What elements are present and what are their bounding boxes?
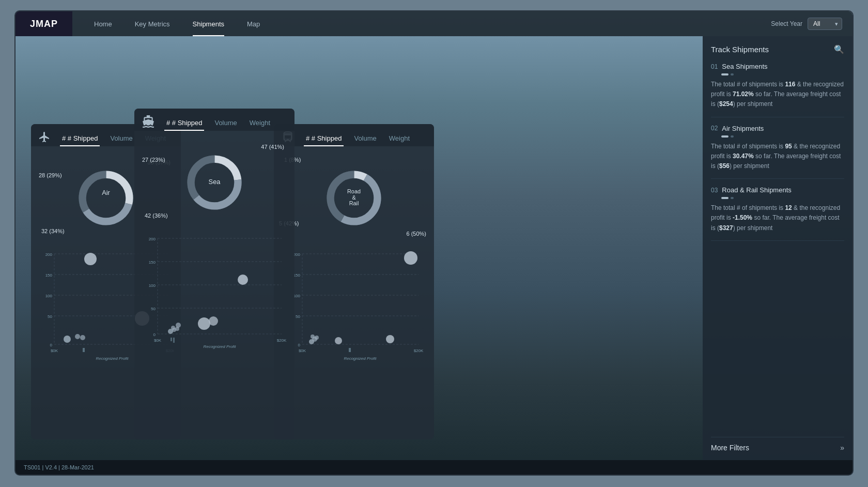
air-label-bottomleft: 32 (34%) [41, 228, 65, 234]
svg-point-49 [209, 316, 218, 326]
svg-text:50: 50 [151, 307, 156, 311]
app-frame: JMAP Home Key Metrics Shipments Map Sele… [14, 10, 854, 476]
rail-card-tabs: # # Shipped Volume Weight [300, 130, 427, 146]
svg-text:$20K: $20K [414, 348, 424, 353]
sea-item-header: 01 Sea Shipments [711, 63, 844, 70]
sea-label-topright: 47 (41%) [261, 144, 284, 150]
rail-tab-shipped[interactable]: # # Shipped [300, 130, 348, 146]
svg-rect-52 [171, 338, 172, 341]
svg-point-3 [83, 175, 130, 222]
rail-tab-volume[interactable]: Volume [348, 130, 382, 146]
svg-text:Recognized Profit: Recognized Profit [96, 356, 129, 361]
svg-rect-24 [83, 348, 85, 352]
sea-card-header: # # Shipped Volume Weight [134, 109, 295, 131]
right-sidebar: Track Shipments 🔍 01 Sea Shipments The t… [703, 36, 853, 460]
svg-point-21 [84, 253, 97, 265]
svg-point-48 [198, 317, 210, 330]
air-item-header: 02 Air Shipments [711, 125, 844, 132]
svg-rect-53 [173, 338, 175, 343]
svg-point-77 [315, 336, 319, 340]
year-select[interactable]: All 2019 2020 2021 [808, 18, 842, 30]
rail-tab-weight[interactable]: Weight [383, 130, 416, 146]
bar-seg [731, 197, 734, 199]
nav-home[interactable]: Home [83, 11, 123, 36]
more-filters-arrow-icon: » [840, 444, 844, 452]
bar-seg [721, 197, 729, 199]
nav-key-metrics[interactable]: Key Metrics [123, 11, 181, 36]
navbar: JMAP Home Key Metrics Shipments Map Sele… [16, 11, 853, 36]
svg-point-50 [238, 275, 248, 285]
footer-bar: TS001 | V2.4 | 28-Mar-2021 [16, 460, 853, 475]
svg-point-20 [80, 335, 85, 340]
svg-text:$20K: $20K [277, 338, 287, 343]
sea-card: # # Shipped Volume Weight 27 (23%) 47 (4… [134, 109, 295, 439]
bar-seg [731, 135, 734, 138]
rail-label-bottomright: 6 (50%) [406, 231, 426, 237]
air-name: Air Shipments [722, 125, 764, 132]
svg-point-80 [404, 251, 417, 265]
sea-transport-icon [142, 115, 155, 131]
sidebar-item-sea: 01 Sea Shipments The total # of shipment… [711, 63, 844, 117]
sidebar-title: Track Shipments [711, 45, 769, 54]
bar-seg [721, 73, 729, 75]
svg-point-18 [64, 336, 71, 343]
svg-text:&: & [352, 194, 356, 201]
air-tab-volume[interactable]: Volume [104, 130, 138, 146]
air-desc: The total # of shipments is 95 & the rec… [711, 142, 844, 172]
air-tab-shipped[interactable]: # # Shipped [56, 130, 104, 146]
rail-donut-svg: Road & Rail [323, 167, 385, 229]
svg-text:100: 100 [45, 294, 53, 298]
svg-text:50: 50 [296, 314, 300, 319]
nav-right: Select Year All 2019 2020 2021 [771, 18, 853, 30]
nav-map[interactable]: Map [236, 11, 271, 36]
sea-tab-shipped[interactable]: # # Shipped [160, 115, 208, 131]
svg-text:0: 0 [298, 343, 301, 347]
sea-card-inner: 27 (23%) 47 (41%) 42 (36%) Sea [134, 131, 295, 438]
svg-text:150: 150 [45, 273, 53, 278]
svg-text:Recognized Profit: Recognized Profit [203, 344, 236, 349]
sea-tab-volume[interactable]: Volume [208, 115, 243, 131]
nav-links: Home Key Metrics Shipments Map [83, 11, 271, 36]
select-year-label: Select Year [771, 20, 802, 27]
more-filters-label: More Filters [711, 444, 749, 452]
air-donut-svg: Air [75, 167, 137, 229]
svg-point-47 [176, 323, 181, 328]
sea-scatter-svg: 200 150 100 50 0 $0K $20K [142, 233, 287, 352]
rail-card-inner: 1 (8%) 6 (50%) 5 (42%) Road & Rail [274, 146, 434, 438]
sea-num: 01 [711, 63, 718, 70]
air-num: 02 [711, 125, 718, 132]
rail-desc: The total # of shipments is 12 & the rec… [711, 203, 844, 233]
sea-tab-weight[interactable]: Weight [243, 115, 276, 131]
svg-text:$0K: $0K [51, 348, 58, 353]
sea-donut-svg: Sea [183, 151, 245, 214]
svg-text:200: 200 [45, 252, 53, 257]
svg-text:50: 50 [48, 314, 52, 319]
rail-item-header: 03 Road & Rail Shipments [711, 186, 844, 194]
svg-text:0: 0 [50, 343, 53, 347]
rail-donut-area: 1 (8%) 6 (50%) 5 (42%) Road & Rail [274, 151, 434, 245]
sea-donut-area: 27 (23%) 47 (41%) 42 (36%) Sea [134, 136, 295, 229]
year-select-wrapper: All 2019 2020 2021 [808, 18, 842, 30]
sidebar-item-rail: 03 Road & Rail Shipments The total # of … [711, 186, 844, 241]
svg-point-76 [311, 334, 315, 339]
svg-text:Sea: Sea [209, 178, 221, 186]
sea-card-tabs: # # Shipped Volume Weight [160, 115, 287, 131]
svg-text:Road: Road [347, 188, 361, 194]
svg-text:$0K: $0K [299, 348, 306, 353]
more-filters-button[interactable]: More Filters » [711, 437, 844, 452]
main-content: # # Shipped Volume Weight 28 (29%) [16, 36, 703, 460]
svg-text:0: 0 [153, 332, 156, 337]
sidebar-header: Track Shipments 🔍 [711, 44, 844, 54]
bar-seg [721, 135, 729, 138]
svg-text:Air: Air [102, 189, 110, 196]
svg-text:Recognized Profit: Recognized Profit [344, 356, 377, 361]
svg-point-45 [171, 326, 175, 330]
svg-point-79 [386, 335, 394, 343]
svg-text:200: 200 [149, 237, 156, 241]
logo: JMAP [30, 19, 58, 29]
nav-shipments[interactable]: Shipments [181, 11, 236, 36]
svg-text:150: 150 [149, 260, 156, 265]
svg-rect-82 [349, 348, 351, 352]
sea-scatter-area: 200 150 100 50 0 $0K $20K [134, 229, 295, 438]
search-icon[interactable]: 🔍 [834, 44, 844, 54]
